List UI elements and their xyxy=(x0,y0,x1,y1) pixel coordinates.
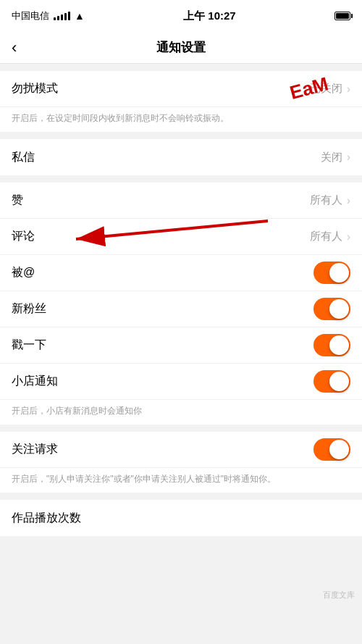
toggle-follow[interactable] xyxy=(313,438,350,461)
row-dnd[interactable]: 勿扰模式 已关闭 › xyxy=(0,71,362,107)
toggle-knob-shop xyxy=(329,372,349,391)
text-dnd: 已关闭 xyxy=(310,82,342,96)
row-like[interactable]: 赞 所有人 › xyxy=(0,183,362,219)
toggle-knob-poke xyxy=(329,335,349,355)
toggle-knob-follow xyxy=(329,440,349,459)
label-playcount: 作品播放次数 xyxy=(12,511,81,526)
section-gap-5 xyxy=(0,493,362,500)
section-private: 私信 关闭 › xyxy=(0,139,362,175)
desc-shop: 开启后，小店有新消息时会通知你 xyxy=(0,400,362,425)
label-dnd: 勿扰模式 xyxy=(12,81,58,96)
row-follow: 关注请求 xyxy=(0,432,362,468)
label-like: 赞 xyxy=(12,193,23,208)
row-shop: 小店通知 xyxy=(0,364,362,400)
nav-bar: ‹ 通知设置 xyxy=(0,32,362,64)
page-wrapper: 中国电信 ▲ 上午 10:27 ‹ 通知设置 勿扰模式 已关闭 xyxy=(0,0,362,644)
text-private: 关闭 xyxy=(321,151,342,164)
status-time: 上午 10:27 xyxy=(183,9,236,23)
back-button[interactable]: ‹ xyxy=(12,40,17,56)
label-shop: 小店通知 xyxy=(12,374,58,389)
row-at: 被@ xyxy=(0,255,362,291)
battery-icon xyxy=(334,12,350,20)
page-title: 通知设置 xyxy=(156,39,206,56)
toggle-knob-at xyxy=(329,263,349,283)
text-comment: 所有人 xyxy=(310,230,342,243)
row-fans: 新粉丝 xyxy=(0,291,362,327)
wifi-icon: ▲ xyxy=(75,10,85,22)
label-poke: 戳一下 xyxy=(12,338,46,353)
label-fans: 新粉丝 xyxy=(12,301,46,317)
value-private: 关闭 › xyxy=(321,151,350,164)
label-follow: 关注请求 xyxy=(12,442,58,457)
section-follow: 关注请求 开启后，"别人申请关注你"或者"你申请关注别人被通过"时将通知你。 xyxy=(0,432,362,493)
toggle-poke[interactable] xyxy=(313,334,350,356)
chevron-private: › xyxy=(347,151,350,164)
toggle-knob-fans xyxy=(329,299,349,319)
section-playcount: 作品播放次数 xyxy=(0,500,362,536)
section-gap-1 xyxy=(0,64,362,71)
desc-dnd: 开启后，在设定时间段内收到新消息时不会响铃或振动。 xyxy=(0,107,362,132)
section-gap-4 xyxy=(0,425,362,432)
section-dnd: 勿扰模式 已关闭 › 开启后，在设定时间段内收到新消息时不会响铃或振动。 xyxy=(0,71,362,132)
watermark: 百度文库 xyxy=(323,590,355,601)
status-bar: 中国电信 ▲ 上午 10:27 xyxy=(0,0,362,32)
row-poke: 戳一下 xyxy=(0,327,362,364)
chevron-dnd: › xyxy=(347,83,350,96)
status-left: 中国电信 ▲ xyxy=(12,9,85,22)
toggle-shop[interactable] xyxy=(313,370,350,393)
carrier-label: 中国电信 xyxy=(12,9,49,22)
row-comment[interactable]: 评论 所有人 › xyxy=(0,219,362,255)
row-private[interactable]: 私信 关闭 › xyxy=(0,139,362,175)
value-like: 所有人 › xyxy=(310,193,350,207)
signal-bars xyxy=(54,12,70,20)
chevron-like: › xyxy=(347,194,350,207)
section-gap-3 xyxy=(0,175,362,183)
label-at: 被@ xyxy=(12,265,35,280)
toggle-fans[interactable] xyxy=(313,298,350,320)
label-comment: 评论 xyxy=(12,229,35,244)
label-private: 私信 xyxy=(12,150,35,165)
chevron-comment: › xyxy=(347,230,350,243)
section-interactions: 赞 所有人 › 评论 所有人 › 被@ 新粉丝 xyxy=(0,183,362,425)
row-playcount[interactable]: 作品播放次数 xyxy=(0,500,362,536)
status-right xyxy=(334,12,350,20)
section-gap-2 xyxy=(0,132,362,139)
text-like: 所有人 xyxy=(310,193,342,207)
desc-follow: 开启后，"别人申请关注你"或者"你申请关注别人被通过"时将通知你。 xyxy=(0,468,362,493)
toggle-at[interactable] xyxy=(313,262,350,284)
value-comment: 所有人 › xyxy=(310,230,350,243)
value-dnd: 已关闭 › xyxy=(310,82,350,96)
